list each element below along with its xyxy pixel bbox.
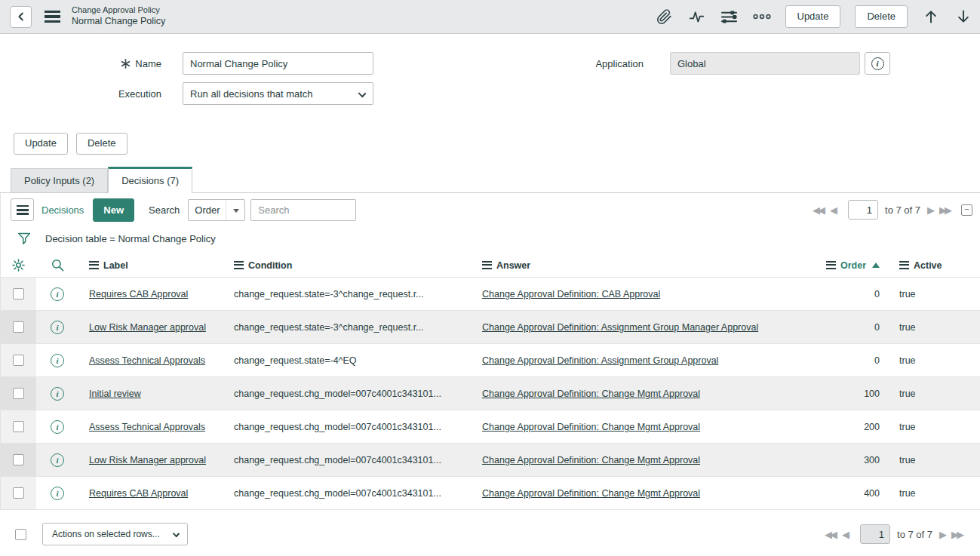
list-filter-row: Decision table = Normal Change Policy — [1, 227, 980, 253]
row-checkbox[interactable] — [13, 388, 24, 399]
record-preview-icon[interactable] — [51, 387, 64, 401]
activity-stream-icon[interactable] — [688, 8, 706, 26]
row-order: 0 — [810, 278, 886, 311]
info-icon — [871, 57, 884, 70]
row-order: 0 — [810, 344, 886, 377]
row-label-link[interactable]: Low Risk Manager approval — [89, 455, 206, 465]
previous-page-icon[interactable]: ◀ — [830, 205, 835, 215]
row-answer-link[interactable]: Change Approval Definition: Assignment G… — [482, 355, 718, 366]
personalize-form-icon[interactable] — [720, 8, 739, 26]
row-label-link[interactable]: Requires CAB Approval — [89, 488, 188, 499]
next-page-icon[interactable]: ▶ — [939, 530, 945, 539]
page-number-input[interactable] — [848, 200, 878, 220]
table-row: Low Risk Manager approval change_request… — [1, 444, 980, 477]
dropdown-arrow-icon — [233, 209, 239, 213]
page-number-input[interactable] — [860, 524, 890, 544]
record-title: Change Approval Policy Normal Change Pol… — [72, 5, 165, 27]
record-preview-icon[interactable] — [51, 420, 64, 434]
row-answer-link[interactable]: Change Approval Definition: Change Mgmt … — [482, 389, 700, 399]
record-preview-icon[interactable] — [51, 321, 64, 334]
back-button[interactable] — [10, 6, 32, 28]
previous-page-icon[interactable]: ◀ — [842, 530, 847, 539]
row-answer-link[interactable]: Change Approval Definition: Change Mgmt … — [482, 488, 700, 499]
table-row: Requires CAB Approval change_request.sta… — [1, 278, 980, 311]
form-update-button[interactable]: Update — [14, 133, 68, 155]
search-icon[interactable] — [51, 258, 65, 272]
row-checkbox[interactable] — [13, 454, 24, 465]
decisions-table: Label Condition Answer Order Active Requ… — [1, 253, 980, 511]
column-menu-icon — [482, 261, 492, 269]
new-button[interactable]: New — [93, 198, 134, 222]
column-header-active[interactable]: Active — [899, 260, 980, 271]
name-input[interactable] — [183, 52, 373, 75]
first-page-icon[interactable]: ◀◀ — [813, 205, 823, 215]
row-condition: change_request.chg_model=007c4001c343101… — [234, 377, 482, 410]
header-delete-button[interactable]: Delete — [855, 5, 908, 29]
application-input[interactable] — [670, 52, 860, 75]
list-context-menu-button[interactable] — [11, 198, 34, 221]
row-order: 300 — [810, 444, 886, 477]
actions-select[interactable]: Actions on selected rows... — [42, 523, 188, 545]
column-header-label[interactable]: Label — [89, 260, 234, 271]
record-preview-icon[interactable] — [51, 487, 64, 500]
scroll-down-icon[interactable] — [954, 8, 972, 26]
select-all-checkbox[interactable] — [15, 529, 26, 540]
row-label-link[interactable]: Initial review — [89, 389, 141, 399]
record-form: Name Execution Run all decisions that ma… — [0, 34, 980, 155]
list-caption-bar: Decisions New Search Order ◀◀ ◀ to 7 of … — [1, 193, 980, 227]
gear-icon[interactable] — [11, 258, 26, 272]
record-preview-icon[interactable] — [51, 453, 64, 467]
related-lists-tabs: Policy Inputs (2) Decisions (7) — [0, 167, 980, 193]
row-answer-link[interactable]: Change Approval Definition: Change Mgmt … — [482, 422, 700, 432]
search-column-select[interactable]: Order — [188, 199, 245, 221]
more-options-icon[interactable] — [753, 8, 771, 26]
next-page-icon[interactable]: ▶ — [927, 205, 932, 215]
row-answer-link[interactable]: Change Approval Definition: Assignment G… — [482, 322, 758, 333]
row-label-link[interactable]: Low Risk Manager approval — [89, 322, 206, 333]
record-preview-icon[interactable] — [51, 287, 64, 301]
row-answer-link[interactable]: Change Approval Definition: CAB Approval — [482, 289, 660, 300]
row-label-link[interactable]: Assess Technical Approvals — [89, 422, 205, 432]
row-checkbox[interactable] — [13, 321, 24, 333]
tab-decisions[interactable]: Decisions (7) — [108, 167, 192, 193]
row-checkbox[interactable] — [13, 421, 24, 432]
attachment-icon[interactable] — [656, 8, 674, 26]
row-active: true — [886, 311, 980, 344]
decisions-list: Decisions New Search Order ◀◀ ◀ to 7 of … — [0, 193, 980, 511]
application-info-button[interactable] — [865, 52, 890, 75]
table-row: Initial review change_request.chg_model=… — [1, 377, 980, 410]
column-header-order[interactable]: Order — [810, 260, 880, 271]
row-order: 100 — [810, 377, 886, 410]
scroll-up-icon[interactable] — [922, 8, 940, 26]
execution-select[interactable]: Run all decisions that match — [183, 82, 373, 105]
column-header-condition[interactable]: Condition — [234, 260, 482, 271]
form-delete-button[interactable]: Delete — [76, 133, 127, 155]
row-checkbox[interactable] — [13, 288, 24, 300]
minimize-list-icon[interactable] — [961, 204, 972, 216]
row-condition: change_request.state=-3^change_request.r… — [234, 311, 482, 344]
table-row: Requires CAB Approval change_request.chg… — [1, 477, 980, 510]
search-column-value: Order — [195, 204, 220, 216]
list-footer: Actions on selected rows... ◀◀ ◀ to 7 of… — [0, 510, 980, 545]
last-page-icon[interactable]: ▶▶ — [939, 205, 950, 215]
row-checkbox[interactable] — [13, 487, 24, 499]
row-label-link[interactable]: Requires CAB Approval — [89, 289, 188, 300]
filter-funnel-icon[interactable] — [17, 232, 32, 246]
form-context-menu-icon[interactable] — [45, 11, 60, 23]
breadcrumb-filter[interactable]: Decision table = Normal Change Policy — [45, 233, 216, 244]
bottom-pagination: ◀◀ ◀ to 7 of 7 ▶ ▶▶ — [825, 524, 962, 544]
list-search-input[interactable] — [250, 199, 356, 221]
list-title-link[interactable]: Decisions — [41, 204, 84, 216]
row-label-link[interactable]: Assess Technical Approvals — [89, 355, 205, 366]
record-preview-icon[interactable] — [51, 354, 64, 367]
header-update-button[interactable]: Update — [785, 5, 841, 29]
form-header-bar: Change Approval Policy Normal Change Pol… — [0, 0, 980, 34]
last-page-icon[interactable]: ▶▶ — [951, 530, 962, 539]
row-checkbox[interactable] — [13, 355, 24, 366]
row-order: 0 — [810, 311, 886, 344]
tab-policy-inputs[interactable]: Policy Inputs (2) — [11, 168, 108, 192]
column-header-answer[interactable]: Answer — [482, 260, 810, 271]
row-answer-link[interactable]: Change Approval Definition: Change Mgmt … — [482, 455, 700, 465]
first-page-icon[interactable]: ◀◀ — [825, 530, 835, 539]
column-menu-icon — [826, 261, 836, 269]
